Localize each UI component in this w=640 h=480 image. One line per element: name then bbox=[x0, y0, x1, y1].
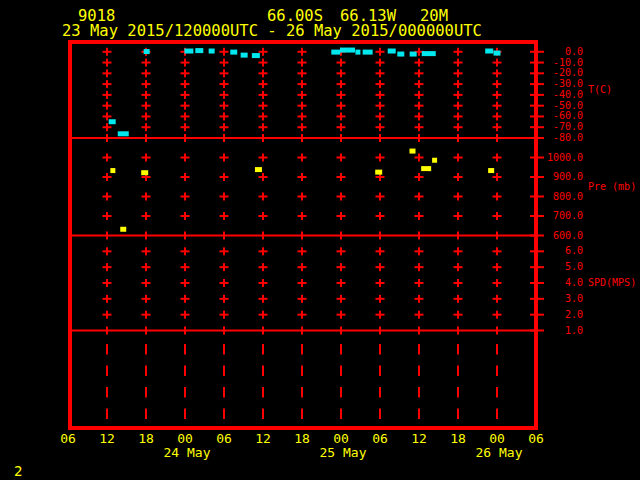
panel-divider bbox=[72, 330, 534, 332]
x-tick-label: 06 bbox=[364, 432, 396, 445]
grid-cross bbox=[454, 126, 463, 128]
grid-cross bbox=[454, 94, 463, 96]
page-number: 2 bbox=[14, 464, 22, 478]
y-axis-unit-label: T(C) bbox=[588, 84, 612, 95]
temperature-mark bbox=[388, 49, 396, 54]
grid-dash bbox=[301, 344, 303, 355]
grid-cross bbox=[259, 314, 268, 316]
grid-dash bbox=[301, 366, 303, 377]
grid-cross bbox=[337, 282, 346, 284]
grid-cross bbox=[298, 314, 307, 316]
grid-cross bbox=[337, 266, 346, 268]
x-tick-label: 06 bbox=[52, 432, 84, 445]
grid-cross bbox=[259, 176, 268, 178]
temperature-mark bbox=[252, 53, 260, 58]
grid-cross bbox=[298, 83, 307, 85]
grid-cross bbox=[142, 83, 151, 85]
grid-cross bbox=[454, 215, 463, 217]
grid-cross bbox=[337, 105, 346, 107]
grid-dash bbox=[457, 409, 459, 420]
grid-cross bbox=[103, 157, 112, 159]
grid-dash bbox=[379, 344, 381, 355]
grid-cross bbox=[103, 215, 112, 217]
grid-cross bbox=[376, 157, 385, 159]
y-axis-unit-label: Pre (mb) bbox=[588, 181, 636, 192]
y-tick-label: 6.0 bbox=[490, 245, 583, 256]
grid-cross bbox=[259, 115, 268, 117]
grid-cross bbox=[454, 72, 463, 74]
grid-cross bbox=[337, 115, 346, 117]
grid-cross bbox=[298, 176, 307, 178]
grid-dash bbox=[418, 387, 420, 398]
grid-cross bbox=[454, 115, 463, 117]
pressure-mark bbox=[432, 158, 437, 163]
grid-dash bbox=[379, 366, 381, 377]
grid-cross bbox=[181, 72, 190, 74]
grid-cross bbox=[337, 196, 346, 198]
grid-cross bbox=[337, 72, 346, 74]
x-tick-label: 12 bbox=[91, 432, 123, 445]
grid-dash bbox=[379, 387, 381, 398]
grid-cross bbox=[298, 94, 307, 96]
grid-cross bbox=[376, 83, 385, 85]
grid-cross bbox=[259, 94, 268, 96]
y-tick-label: 800.0 bbox=[490, 191, 583, 202]
grid-cross bbox=[454, 176, 463, 178]
grid-dash bbox=[106, 344, 108, 355]
grid-dash bbox=[106, 409, 108, 420]
y-tick-label: -20.0 bbox=[490, 67, 583, 78]
grid-cross bbox=[415, 157, 424, 159]
grid-cross bbox=[376, 215, 385, 217]
grid-cross bbox=[220, 215, 229, 217]
grid-dash bbox=[340, 344, 342, 355]
grid-cross bbox=[454, 62, 463, 64]
grid-cross bbox=[181, 126, 190, 128]
grid-cross bbox=[103, 94, 112, 96]
grid-dash bbox=[184, 344, 186, 355]
grid-cross bbox=[220, 105, 229, 107]
grid-cross bbox=[259, 157, 268, 159]
grid-dash bbox=[496, 387, 498, 398]
grid-cross bbox=[337, 83, 346, 85]
pressure-mark bbox=[421, 166, 431, 171]
grid-cross bbox=[454, 298, 463, 300]
grid-cross bbox=[220, 62, 229, 64]
grid-cross bbox=[103, 196, 112, 198]
grid-dash bbox=[496, 409, 498, 420]
pressure-mark bbox=[255, 167, 262, 172]
grid-cross bbox=[415, 250, 424, 252]
temperature-mark bbox=[209, 49, 215, 54]
temperature-mark bbox=[195, 48, 203, 53]
y-tick-label: 1.0 bbox=[490, 325, 583, 336]
pressure-mark bbox=[120, 227, 126, 232]
grid-cross bbox=[220, 176, 229, 178]
grid-cross bbox=[337, 215, 346, 217]
y-tick-label: -60.0 bbox=[490, 110, 583, 121]
temperature-mark bbox=[340, 48, 355, 53]
grid-cross bbox=[376, 105, 385, 107]
grid-cross bbox=[454, 250, 463, 252]
grid-dash bbox=[301, 409, 303, 420]
grid-cross bbox=[142, 250, 151, 252]
y-tick-label: 5.0 bbox=[490, 261, 583, 272]
grid-cross bbox=[298, 298, 307, 300]
grid-cross bbox=[415, 176, 424, 178]
grid-cross bbox=[259, 250, 268, 252]
grid-cross bbox=[103, 266, 112, 268]
grid-cross bbox=[220, 250, 229, 252]
grid-dash bbox=[223, 366, 225, 377]
grid-cross bbox=[376, 94, 385, 96]
y-tick-label: -40.0 bbox=[490, 89, 583, 100]
grid-cross bbox=[415, 215, 424, 217]
temperature-mark bbox=[397, 52, 404, 57]
grid-cross bbox=[103, 176, 112, 178]
grid-cross bbox=[415, 266, 424, 268]
grid-cross bbox=[220, 94, 229, 96]
grid-cross bbox=[142, 314, 151, 316]
grid-cross bbox=[376, 196, 385, 198]
grid-dash bbox=[223, 409, 225, 420]
grid-cross bbox=[181, 282, 190, 284]
grid-cross bbox=[220, 51, 229, 53]
grid-cross bbox=[142, 215, 151, 217]
grid-cross bbox=[376, 314, 385, 316]
